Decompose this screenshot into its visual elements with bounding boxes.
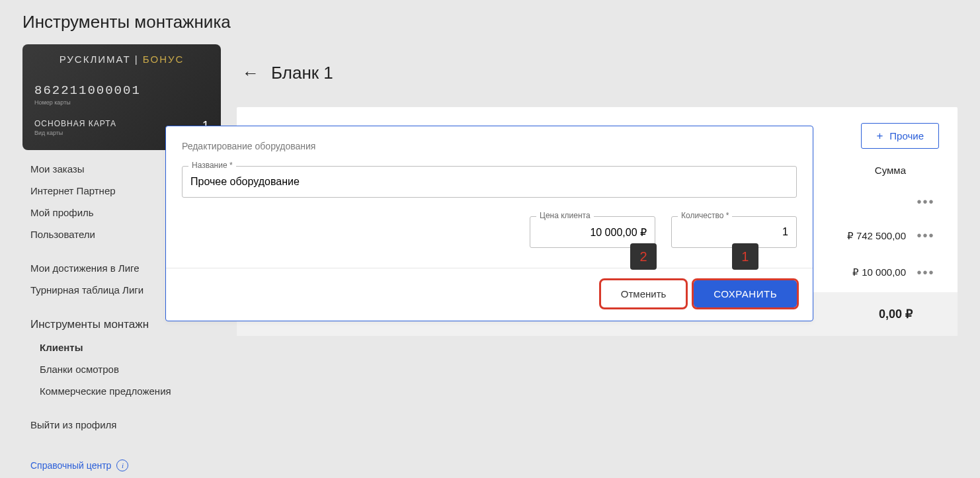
- name-input[interactable]: [182, 166, 797, 198]
- annotation-badge: 1: [732, 243, 758, 270]
- name-label: Название *: [188, 161, 236, 170]
- price-label: Цена клиента: [536, 211, 594, 220]
- modal-divider: [166, 268, 813, 268]
- save-label: СОХРАНИТЬ: [714, 288, 777, 299]
- modal-heading: Редактирование оборудования: [182, 141, 797, 151]
- edit-equipment-modal: Редактирование оборудования Название * Ц…: [165, 126, 813, 321]
- cancel-label: Отменить: [621, 288, 667, 299]
- cancel-button[interactable]: 2 Отменить: [601, 280, 686, 307]
- name-field: Название *: [182, 166, 797, 198]
- annotation-badge: 2: [630, 243, 657, 270]
- qty-label: Количество *: [678, 211, 732, 220]
- save-button[interactable]: 1 СОХРАНИТЬ: [694, 280, 797, 307]
- modal-backdrop: Редактирование оборудования Название * Ц…: [0, 0, 980, 478]
